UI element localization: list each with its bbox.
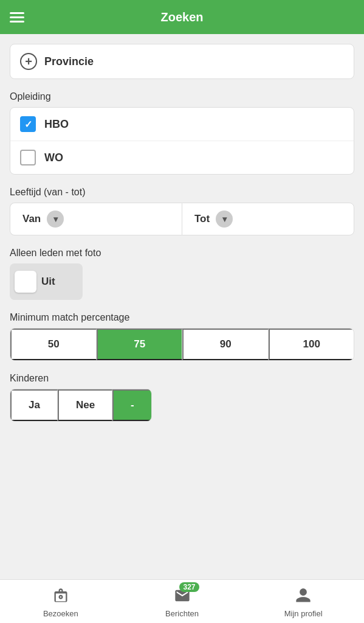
header: Zoeken — [0, 0, 364, 34]
kinderen-section: Kinderen Ja Nee - — [10, 373, 354, 422]
nav-bezoeken-label: Bezoeken — [43, 609, 78, 618]
match-section: Minimum match percentage 50 75 90 100 — [10, 312, 354, 361]
tot-label: Tot — [194, 213, 210, 225]
opleiding-group: HBO WO — [10, 107, 354, 175]
nav-profiel-label: Mijn profiel — [284, 609, 323, 618]
nav-bezoeken[interactable]: Bezoeken — [0, 585, 122, 618]
match-90-button[interactable]: 90 — [182, 329, 269, 360]
opleiding-wo-item[interactable]: WO — [10, 141, 354, 174]
toggle-indicator — [15, 271, 36, 293]
kinderen-nee-button[interactable]: Nee — [58, 389, 112, 421]
kinderen-dash-button[interactable]: - — [112, 389, 151, 421]
person-icon — [292, 585, 314, 607]
leeftijd-van-button[interactable]: Van — [10, 203, 182, 235]
match-75-button[interactable]: 75 — [97, 329, 183, 360]
tot-chevron-icon — [216, 211, 233, 228]
opleiding-section-label: Opleiding — [10, 91, 354, 102]
leeftijd-tot-button[interactable]: Tot — [182, 203, 354, 235]
bottom-navigation: Bezoeken 327 Berichten Mijn profiel — [0, 579, 364, 623]
foto-toggle-button[interactable]: Uit — [10, 263, 83, 300]
wo-checkbox[interactable] — [20, 150, 36, 165]
kinderen-section-label: Kinderen — [10, 373, 354, 384]
match-100-button[interactable]: 100 — [269, 329, 354, 360]
leeftijd-range: Van Tot — [10, 203, 354, 235]
nav-berichten[interactable]: 327 Berichten — [122, 585, 243, 618]
hbo-checkbox[interactable] — [20, 116, 36, 132]
toggle-label: Uit — [41, 276, 55, 288]
match-50-button[interactable]: 50 — [10, 329, 97, 360]
provincie-card[interactable]: + Provincie — [10, 44, 354, 79]
wo-label: WO — [44, 151, 63, 164]
foto-section-label: Alleen leden met foto — [10, 248, 354, 259]
hamburger-menu-button[interactable] — [10, 12, 24, 23]
van-label: Van — [22, 213, 41, 225]
van-chevron-icon — [47, 211, 64, 228]
match-section-label: Minimum match percentage — [10, 312, 354, 323]
kinderen-options-group: Ja Nee - — [10, 389, 152, 422]
plus-icon: + — [20, 53, 37, 70]
nav-mijn-profiel[interactable]: Mijn profiel — [242, 585, 364, 618]
kinderen-ja-button[interactable]: Ja — [10, 389, 58, 421]
match-options-group: 50 75 90 100 — [10, 328, 354, 361]
foto-toggle-container: Uit — [10, 263, 354, 300]
opleiding-hbo-item[interactable]: HBO — [10, 108, 354, 141]
leeftijd-section-label: Leeftijd (van - tot) — [10, 187, 354, 198]
mail-icon: 327 — [171, 585, 193, 607]
provincie-label: Provincie — [44, 55, 94, 68]
hbo-label: HBO — [44, 118, 69, 131]
nav-berichten-label: Berichten — [165, 609, 199, 618]
page-title: Zoeken — [160, 10, 203, 24]
bag-icon — [50, 585, 72, 607]
main-content: + Provincie Opleiding HBO WO Leeftijd (v… — [0, 34, 364, 623]
berichten-badge: 327 — [179, 582, 199, 592]
